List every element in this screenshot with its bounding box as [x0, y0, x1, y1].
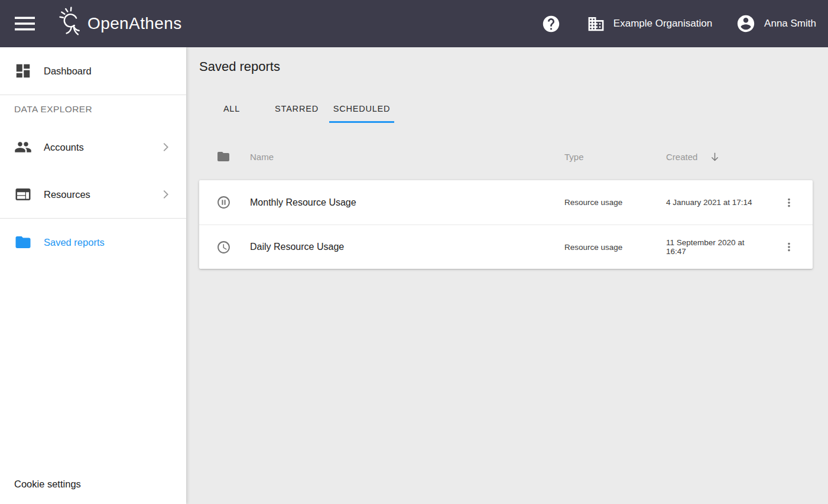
kebab-icon [782, 196, 795, 209]
cookie-settings-link[interactable]: Cookie settings [14, 479, 81, 490]
report-type: Resource usage [564, 198, 666, 207]
column-header-created-label: Created [666, 152, 697, 162]
kebab-icon [782, 240, 795, 253]
topbar: OpenAthens Example Organisation [0, 0, 828, 47]
user-name: Anna Smith [764, 18, 816, 30]
sidebar-item-accounts[interactable]: Accounts [0, 123, 186, 171]
table-row[interactable]: Daily Resource Usage Resource usage 11 S… [199, 225, 813, 269]
avatar-icon [736, 14, 756, 34]
column-header-name[interactable]: Name [250, 152, 564, 162]
resources-icon [14, 186, 32, 203]
sort-desc-icon[interactable] [709, 151, 720, 162]
organisation-switcher[interactable]: Example Organisation [587, 15, 712, 33]
organisation-name: Example Organisation [613, 18, 712, 30]
column-header-created[interactable]: Created [666, 151, 765, 162]
help-icon [541, 14, 561, 34]
dashboard-icon [14, 62, 32, 80]
sidebar-item-dashboard[interactable]: Dashboard [0, 47, 186, 95]
sidebar-item-saved-reports[interactable]: Saved reports [0, 219, 186, 266]
sidebar-section-data-explorer: DATA EXPLORER [0, 95, 186, 123]
accounts-icon [14, 138, 32, 156]
tab-scheduled[interactable]: SCHEDULED [329, 94, 394, 123]
chevron-right-icon [159, 188, 172, 201]
row-actions-button[interactable] [777, 191, 801, 214]
sidebar-item-label: Saved reports [44, 237, 105, 248]
chevron-right-icon [159, 141, 172, 154]
sidebar-item-resources[interactable]: Resources [0, 171, 186, 218]
topbar-actions: Example Organisation Anna Smith [540, 12, 816, 35]
tab-bar: ALL STARRED SCHEDULED [199, 94, 828, 123]
report-created: 11 September 2020 at 16:47 [666, 238, 765, 256]
page-title: Saved reports [199, 59, 828, 74]
openathens-logo-icon [57, 6, 84, 41]
main-content: Saved reports ALL STARRED SCHEDULED Name… [186, 47, 828, 504]
table-row[interactable]: Monthly Resource Usage Resource usage 4 … [199, 180, 813, 225]
sidebar-item-label: Dashboard [44, 66, 92, 77]
brand[interactable]: OpenAthens [57, 6, 182, 41]
report-name: Monthly Resource Usage [250, 197, 564, 208]
clock-icon [216, 240, 231, 255]
organisation-icon [587, 15, 605, 33]
tab-starred[interactable]: STARRED [264, 94, 329, 123]
report-type: Resource usage [564, 243, 666, 252]
sidebar-item-label: Resources [44, 189, 90, 200]
help-button[interactable] [540, 12, 563, 35]
folder-icon [14, 233, 32, 251]
menu-button[interactable] [12, 11, 38, 37]
saved-reports-table: Name Type Created [199, 142, 813, 269]
report-created: 4 January 2021 at 17:14 [666, 198, 765, 207]
brand-name: OpenAthens [87, 14, 182, 33]
folder-icon [216, 149, 230, 164]
reports-card: Monthly Resource Usage Resource usage 4 … [199, 180, 813, 269]
tab-all[interactable]: ALL [199, 94, 264, 123]
sidebar: Dashboard DATA EXPLORER Accounts Resourc… [0, 47, 186, 504]
user-menu[interactable]: Anna Smith [736, 14, 816, 34]
menu-icon [14, 15, 35, 32]
row-actions-button[interactable] [777, 235, 801, 259]
pause-circle-icon [216, 195, 231, 210]
sidebar-item-label: Accounts [44, 142, 84, 153]
table-header: Name Type Created [199, 142, 813, 171]
column-header-type[interactable]: Type [564, 152, 666, 162]
report-name: Daily Resource Usage [250, 242, 564, 252]
